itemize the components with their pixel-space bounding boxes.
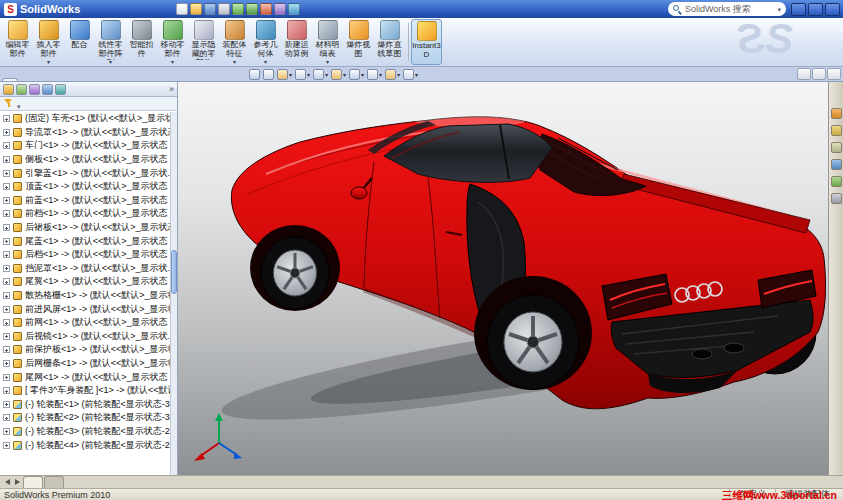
bill-of-materials-icon — [318, 20, 338, 40]
command-tab[interactable] — [34, 78, 50, 81]
expander-icon[interactable] — [3, 210, 10, 217]
tree-item[interactable]: 顶盖<1> -> (默认<<默认>_显示状态 1 — [0, 180, 177, 194]
reference-geometry-icon — [256, 20, 276, 40]
tree-item[interactable]: 前盖<1> -> (默认<<默认>_显示状态 1 — [0, 194, 177, 208]
search-dropdown-icon[interactable] — [777, 4, 781, 14]
ribbon-button[interactable]: 新建运动算例 — [281, 19, 312, 65]
tree-scrollbar[interactable] — [170, 112, 177, 475]
expander-icon[interactable] — [3, 428, 10, 435]
ribbon-button[interactable]: 智能扣件 — [126, 19, 157, 65]
exploded-view-icon — [349, 20, 369, 40]
wheel-front-left[interactable] — [261, 237, 329, 309]
tree-item[interactable]: 后视镜<1> -> (默认<<默认>_显示状... — [0, 330, 177, 344]
ribbon-button[interactable]: 爆炸直线草图 — [374, 19, 405, 65]
ribbon-button[interactable]: 移动零部件 — [157, 19, 188, 65]
expander-icon[interactable] — [3, 156, 10, 163]
side-mirror[interactable] — [351, 187, 367, 199]
tab-scroll-right-icon[interactable] — [15, 479, 20, 485]
command-tab[interactable] — [82, 78, 98, 81]
mate-icon — [70, 20, 90, 40]
tree-item[interactable]: 导流罩<1> -> (默认<<默认>_显示状态 1 — [0, 126, 177, 140]
expander-icon[interactable] — [3, 401, 10, 408]
tree-item[interactable]: 前保护板<1> -> (默认<<默认>_显示状 — [0, 343, 177, 357]
ribbon-button[interactable]: 材料明细表 — [312, 19, 343, 65]
expander-icon[interactable] — [3, 183, 10, 190]
search-box[interactable]: SolidWorks 搜索 — [668, 2, 786, 16]
command-tab[interactable] — [18, 78, 34, 81]
zoom-fit-icon — [249, 69, 260, 80]
ribbon-button[interactable]: 配合 — [64, 19, 95, 65]
expander-icon[interactable] — [3, 306, 10, 313]
previous-view-icon — [277, 69, 288, 80]
expander-icon[interactable] — [3, 387, 10, 394]
tree-item[interactable]: 前网<1> -> (默认<<默认>_显示状态 1 — [0, 316, 177, 330]
assembly-icon — [13, 441, 22, 450]
ribbon-button[interactable]: 装配体特征 — [219, 19, 250, 65]
part-icon — [13, 345, 22, 354]
tree-item[interactable]: 后档<1> -> (默认<<默认>_显示状态 1 — [0, 248, 177, 262]
document-tab[interactable] — [23, 476, 43, 488]
filter-dropdown-icon[interactable] — [17, 95, 21, 113]
command-tab[interactable] — [66, 78, 82, 81]
tree-item[interactable]: 前档<1> -> (默认<<默认>_显示状态 1 — [0, 207, 177, 221]
command-tab[interactable] — [50, 78, 66, 81]
tree-item[interactable]: [ 零件3^车身装配 ]<1> -> (默认<<默认 — [0, 384, 177, 398]
ribbon-button[interactable]: 参考几何体 — [250, 19, 281, 65]
tree-item[interactable]: 尾盖<1> -> (默认<<默认>_显示状态 1 — [0, 234, 177, 248]
document-tab[interactable] — [44, 476, 64, 488]
expander-icon[interactable] — [3, 346, 10, 353]
tree-item[interactable]: (-) 轮装配<2> (前轮装配<显示状态-3> — [0, 411, 177, 425]
expander-icon[interactable] — [3, 360, 10, 367]
expander-icon[interactable] — [3, 170, 10, 177]
tree-item[interactable]: 后裙板<1> -> (默认<<默认>_显示状态 — [0, 221, 177, 235]
ribbon-button[interactable]: Instant3D — [411, 19, 442, 65]
tree-item[interactable]: 车门<1> -> (默认<<默认>_显示状态 1 — [0, 139, 177, 153]
tree-item[interactable]: (固定) 车壳<1> (默认<<默认>_显示状... — [0, 112, 177, 126]
panel-overflow-chevron-icon[interactable] — [169, 84, 174, 95]
tree-item[interactable]: 散热格栅<1> -> (默认<<默认>_显示状 — [0, 289, 177, 303]
tree-item-label: 导流罩<1> -> (默认<<默认>_显示状态 1 — [25, 126, 177, 139]
expander-icon[interactable] — [3, 197, 10, 204]
wheel-rear-left[interactable] — [487, 295, 578, 389]
part-icon — [13, 277, 22, 286]
tree-item[interactable]: 尾网<1> -> (默认<<默认>_显示状态 1 — [0, 370, 177, 384]
window-controls — [791, 3, 840, 16]
expander-icon[interactable] — [3, 251, 10, 258]
tree-item-label: 顶盖<1> -> (默认<<默认>_显示状态 1 — [25, 180, 175, 193]
expander-icon[interactable] — [3, 238, 10, 245]
expander-icon[interactable] — [3, 278, 10, 285]
ribbon-button[interactable]: 插入零部件 — [33, 19, 64, 65]
ribbon-button[interactable]: 显示隐藏的零部件 — [188, 19, 219, 65]
expander-icon[interactable] — [3, 142, 10, 149]
ribbon-button[interactable]: 爆炸视图 — [343, 19, 374, 65]
tree-item[interactable]: 后网栅条<1> -> (默认<<默认>_显示状 — [0, 357, 177, 371]
expander-icon[interactable] — [3, 115, 10, 122]
tree-item[interactable]: (-) 轮装配<4> (前轮装配<显示状态-2> — [0, 438, 177, 452]
tree-item[interactable]: 前进风屏<1> -> (默认<<默认>_显示状 — [0, 302, 177, 316]
expander-icon[interactable] — [3, 265, 10, 272]
tree-scrollbar-thumb[interactable] — [171, 250, 177, 294]
tree-item[interactable]: 引擎盖<1> -> (默认<<默认>_显示状... — [0, 166, 177, 180]
filter-funnel-icon[interactable] — [4, 99, 13, 108]
ribbon-button[interactable]: 线性零部件阵列 — [95, 19, 126, 65]
expander-icon[interactable] — [3, 129, 10, 136]
tree-item[interactable]: 挡泥罩<1> -> (默认<<默认>_显示状... — [0, 262, 177, 276]
model-audi-r8[interactable] — [178, 82, 828, 475]
expander-icon[interactable] — [3, 442, 10, 449]
tree-item-label: [ 零件3^车身装配 ]<1> -> (默认<<默认 — [25, 384, 177, 397]
ribbon-button[interactable]: 编辑零部件 — [2, 19, 33, 65]
tree-item[interactable]: 侧板<1> -> (默认<<默认>_显示状态 1 — [0, 153, 177, 167]
tree-item[interactable]: (-) 轮装配<1> (前轮装配<显示状态-3> — [0, 397, 177, 411]
tree-item-label: 前档<1> -> (默认<<默认>_显示状态 1 — [25, 207, 175, 220]
expander-icon[interactable] — [3, 224, 10, 231]
expander-icon[interactable] — [3, 319, 10, 326]
command-tab[interactable] — [2, 78, 18, 81]
expander-icon[interactable] — [3, 333, 10, 340]
expander-icon[interactable] — [3, 374, 10, 381]
tree-item[interactable]: (-) 轮装配<3> (前轮装配<显示状态-2> — [0, 425, 177, 439]
expander-icon[interactable] — [3, 414, 10, 421]
graphics-viewport[interactable] — [178, 82, 828, 475]
tab-scroll-left-icon[interactable] — [5, 479, 10, 485]
expander-icon[interactable] — [3, 292, 10, 299]
tree-item[interactable]: 尾翼<1> -> (默认<<默认>_显示状态 1 — [0, 275, 177, 289]
